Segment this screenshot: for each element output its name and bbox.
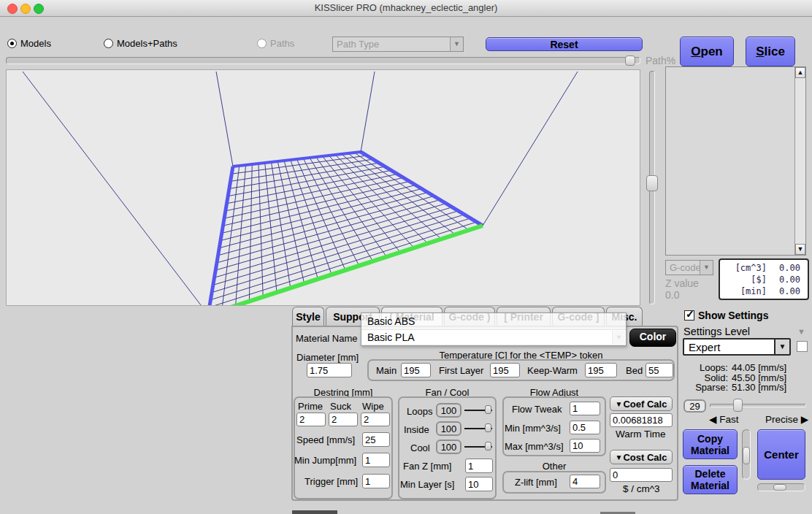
show-settings-checkbox[interactable]: ✓: [684, 310, 694, 321]
cost-input[interactable]: [610, 468, 673, 482]
destring-speed-input[interactable]: [362, 432, 390, 447]
models-paths-radio-label[interactable]: Models+Paths: [117, 38, 177, 49]
kisslicer-window: { "window": { "title": "KISSlicer PRO (m…: [0, 0, 812, 514]
quality-slider-handle[interactable]: [733, 399, 743, 412]
coef-calc-button[interactable]: ▼Coef Calc: [610, 396, 673, 411]
temp-bed-input[interactable]: [646, 363, 673, 377]
collapse-triangle-icon[interactable]: ▼: [797, 327, 805, 336]
destring-suck-input[interactable]: [329, 413, 358, 426]
temp-keep-warm-input[interactable]: [585, 363, 617, 377]
temp-keep-warm-label: Keep-Warm: [527, 365, 578, 376]
color-button-label: Color: [640, 331, 667, 342]
min-jump-input[interactable]: [362, 453, 390, 467]
fan-z-input[interactable]: [465, 459, 493, 473]
fast-label-text: Fast: [719, 414, 738, 425]
model-viewport[interactable]: [6, 69, 640, 306]
destring-wipe-input[interactable]: [361, 413, 390, 426]
settings-extra-checkbox[interactable]: [797, 341, 808, 352]
delete-material-button[interactable]: Delete Material: [683, 465, 738, 494]
min-layer-input[interactable]: [465, 477, 493, 491]
gcode-select: G-code ▼: [665, 260, 713, 275]
center-button[interactable]: Center: [757, 429, 805, 480]
scroll-up-icon[interactable]: ▲: [795, 67, 805, 78]
destring-suck-label: Suck: [330, 401, 351, 412]
open-button[interactable]: Open: [680, 37, 734, 66]
estimate-volume-value: 0.00: [767, 262, 800, 274]
material-vertical-slider-handle[interactable]: [743, 447, 750, 464]
temp-bed-label: Bed: [626, 365, 643, 376]
speed-summary: Loops: 44.05 [mm/s] Solid: 45.50 [mm/s] …: [683, 363, 792, 393]
estimate-cost-key: [$]: [720, 274, 767, 285]
loops-speed-label: Loops:: [683, 363, 728, 373]
down-triangle-icon: ▼: [616, 400, 623, 408]
model-list-scrollbar[interactable]: ▲ ▼: [794, 67, 805, 255]
min-jump-label: Min Jump[mm]: [294, 455, 356, 466]
show-settings-label[interactable]: Show Settings: [698, 310, 768, 321]
flow-tweak-input[interactable]: [570, 402, 600, 415]
center-horizontal-slider-handle[interactable]: [773, 484, 786, 491]
destring-prime-label: Prime: [298, 401, 323, 412]
estimate-time-key: [min]: [720, 285, 767, 297]
slice-button-initial: S: [756, 45, 764, 59]
slice-button[interactable]: Slice: [746, 37, 795, 66]
fan-inside-slider-handle[interactable]: [485, 423, 491, 432]
delete-material-label: Delete Material: [688, 468, 732, 491]
precise-label-text: Precise: [765, 414, 798, 425]
fan-cool-label: Cool: [410, 442, 430, 453]
path-pct-label: Path%: [646, 55, 675, 66]
fan-loops-value[interactable]: 100: [436, 403, 461, 418]
cost-calc-button[interactable]: ▼Cost Calc: [610, 450, 673, 464]
right-triangle-icon: ▶: [798, 414, 808, 425]
loops-speed-value: 44.05 [mm/s]: [732, 363, 786, 373]
sparse-speed-label: Sparse:: [683, 383, 728, 393]
destring-prime-input[interactable]: [296, 413, 326, 426]
quality-slider[interactable]: [710, 404, 806, 407]
models-paths-radio[interactable]: [104, 39, 113, 48]
diameter-label: Diameter [mm]: [296, 352, 359, 363]
down-triangle-icon: ▼: [616, 453, 623, 461]
fan-loops-slider-handle[interactable]: [485, 405, 491, 414]
estimate-volume-key: [cm^3]: [720, 262, 767, 274]
coef-calc-label: Coef Calc: [623, 399, 667, 410]
title-bar: KISSlicer PRO (mhackney_eclectic_angler): [0, 0, 812, 17]
loops-speed-row: Loops: 44.05 [mm/s]: [683, 363, 792, 373]
models-radio[interactable]: [7, 39, 17, 48]
reset-button[interactable]: Reset: [486, 37, 643, 51]
fan-z-label: Fan Z [mm]: [403, 461, 451, 472]
solid-speed-label: Solid:: [683, 373, 728, 383]
paths-radio-label: Paths: [270, 38, 294, 49]
dropdown-item-basic-abs[interactable]: Basic ABS: [361, 313, 626, 329]
window-title: KISSlicer PRO (mhackney_eclectic_angler): [0, 2, 812, 13]
quality-value-box[interactable]: 29: [683, 399, 706, 413]
dropdown-item-basic-pla[interactable]: Basic PLA: [361, 329, 626, 345]
copy-material-label: Copy Material: [688, 433, 732, 456]
fan-cool-slider-handle[interactable]: [485, 442, 491, 450]
chevron-down-icon: ▼: [700, 261, 713, 275]
z-lift-input[interactable]: [570, 475, 600, 488]
fan-inside-value[interactable]: 100: [436, 421, 461, 436]
copy-material-button[interactable]: Copy Material: [683, 429, 738, 459]
fan-cool-value[interactable]: 100: [436, 440, 461, 454]
open-button-initial: O: [691, 45, 700, 59]
solid-speed-row: Solid: 45.50 [mm/s]: [683, 373, 792, 383]
flow-min-label: Min [mm^3/s]: [505, 423, 561, 434]
flow-min-input[interactable]: [570, 421, 600, 434]
warm-coef-input[interactable]: [610, 413, 673, 427]
flow-max-input[interactable]: [570, 439, 600, 453]
model-list[interactable]: ▲ ▼: [665, 66, 806, 256]
temp-first-layer-input[interactable]: [490, 363, 520, 377]
models-radio-label[interactable]: Models: [20, 38, 51, 49]
temp-main-input[interactable]: [401, 363, 431, 377]
diameter-input[interactable]: [307, 363, 352, 377]
color-button[interactable]: Color: [629, 329, 676, 347]
z-value-label: Z value: [665, 277, 699, 289]
tab-style[interactable]: Style: [292, 307, 324, 326]
scroll-down-icon[interactable]: ▼: [795, 244, 805, 255]
solid-speed-value: 45.50 [mm/s]: [732, 373, 786, 383]
z-lift-label: Z-lift [mm]: [515, 477, 557, 488]
settings-level-select[interactable]: Expert ▼: [683, 338, 791, 356]
other-group-title: Other: [502, 461, 606, 472]
z-value: 0.0: [665, 289, 679, 301]
trigger-input[interactable]: [362, 474, 390, 488]
left-triangle-icon: ◀: [709, 414, 719, 425]
